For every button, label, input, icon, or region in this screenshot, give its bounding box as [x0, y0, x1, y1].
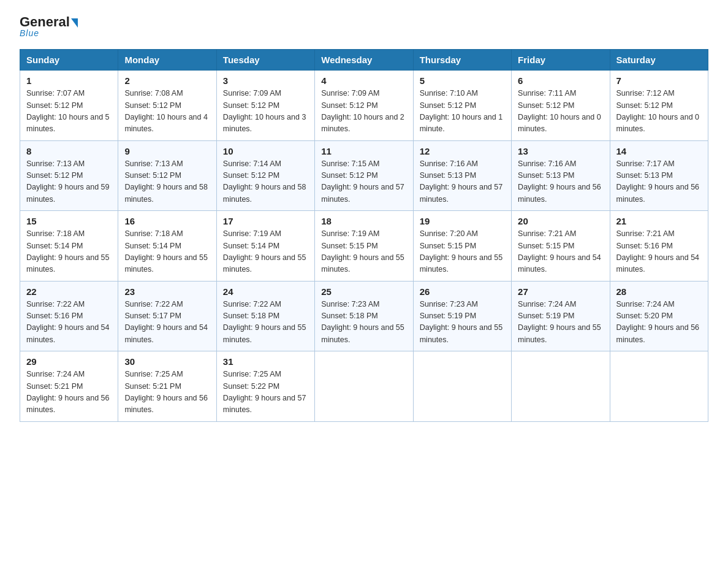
day-info: Sunrise: 7:22 AMSunset: 5:17 PMDaylight:… [124, 299, 210, 347]
day-number: 25 [321, 286, 406, 297]
day-number: 7 [616, 75, 702, 86]
day-cell: 31Sunrise: 7:25 AMSunset: 5:22 PMDayligh… [216, 351, 314, 422]
logo-name: General [20, 15, 78, 29]
day-cell: 21Sunrise: 7:21 AMSunset: 5:16 PMDayligh… [610, 211, 708, 282]
day-number: 28 [616, 286, 702, 297]
day-cell [512, 351, 610, 422]
day-number: 31 [223, 356, 308, 367]
day-info: Sunrise: 7:12 AMSunset: 5:12 PMDaylight:… [616, 88, 702, 136]
day-number: 5 [420, 75, 505, 86]
day-info: Sunrise: 7:09 AMSunset: 5:12 PMDaylight:… [223, 88, 308, 136]
calendar-table: SundayMondayTuesdayWednesdayThursdayFrid… [20, 49, 708, 422]
day-cell [610, 351, 708, 422]
day-info: Sunrise: 7:25 AMSunset: 5:21 PMDaylight:… [124, 369, 210, 416]
day-cell: 18Sunrise: 7:19 AMSunset: 5:15 PMDayligh… [315, 211, 413, 282]
day-cell: 12Sunrise: 7:16 AMSunset: 5:13 PMDayligh… [413, 140, 511, 211]
day-info: Sunrise: 7:17 AMSunset: 5:13 PMDaylight:… [616, 158, 702, 206]
day-cell: 1Sunrise: 7:07 AMSunset: 5:12 PMDaylight… [20, 71, 118, 141]
week-row-4: 22Sunrise: 7:22 AMSunset: 5:16 PMDayligh… [20, 281, 708, 351]
header-friday: Friday [512, 50, 610, 71]
day-info: Sunrise: 7:24 AMSunset: 5:20 PMDaylight:… [616, 299, 702, 347]
day-cell: 3Sunrise: 7:09 AMSunset: 5:12 PMDaylight… [216, 71, 314, 141]
header-tuesday: Tuesday [216, 50, 314, 71]
day-info: Sunrise: 7:21 AMSunset: 5:16 PMDaylight:… [616, 228, 702, 276]
day-number: 23 [124, 286, 210, 297]
day-info: Sunrise: 7:23 AMSunset: 5:19 PMDaylight:… [420, 299, 505, 347]
day-info: Sunrise: 7:21 AMSunset: 5:15 PMDaylight:… [518, 228, 603, 276]
day-number: 3 [223, 75, 308, 86]
day-cell: 16Sunrise: 7:18 AMSunset: 5:14 PMDayligh… [118, 211, 216, 282]
day-info: Sunrise: 7:22 AMSunset: 5:18 PMDaylight:… [223, 299, 308, 347]
day-cell: 30Sunrise: 7:25 AMSunset: 5:21 PMDayligh… [118, 351, 216, 422]
page-header: General Blue [20, 15, 708, 38]
day-number: 14 [616, 146, 702, 156]
day-number: 2 [124, 75, 210, 86]
header-sunday: Sunday [20, 50, 118, 71]
header-saturday: Saturday [610, 50, 708, 71]
week-row-1: 1Sunrise: 7:07 AMSunset: 5:12 PMDaylight… [20, 71, 708, 141]
day-info: Sunrise: 7:08 AMSunset: 5:12 PMDaylight:… [124, 88, 210, 136]
logo-blue: Blue [20, 28, 39, 38]
day-cell: 23Sunrise: 7:22 AMSunset: 5:17 PMDayligh… [118, 281, 216, 351]
day-info: Sunrise: 7:24 AMSunset: 5:21 PMDaylight:… [26, 369, 112, 416]
day-info: Sunrise: 7:15 AMSunset: 5:12 PMDaylight:… [321, 158, 406, 206]
day-number: 16 [124, 216, 210, 226]
week-row-5: 29Sunrise: 7:24 AMSunset: 5:21 PMDayligh… [20, 351, 708, 422]
day-number: 21 [616, 216, 702, 226]
day-info: Sunrise: 7:10 AMSunset: 5:12 PMDaylight:… [420, 88, 505, 136]
week-row-3: 15Sunrise: 7:18 AMSunset: 5:14 PMDayligh… [20, 211, 708, 282]
day-info: Sunrise: 7:22 AMSunset: 5:16 PMDaylight:… [26, 299, 112, 347]
day-number: 24 [223, 286, 308, 297]
day-cell: 20Sunrise: 7:21 AMSunset: 5:15 PMDayligh… [512, 211, 610, 282]
day-cell: 4Sunrise: 7:09 AMSunset: 5:12 PMDaylight… [315, 71, 413, 141]
day-number: 10 [223, 146, 308, 156]
day-cell [413, 351, 511, 422]
header-thursday: Thursday [413, 50, 511, 71]
day-info: Sunrise: 7:19 AMSunset: 5:14 PMDaylight:… [223, 228, 308, 276]
day-number: 15 [26, 216, 112, 226]
day-info: Sunrise: 7:24 AMSunset: 5:19 PMDaylight:… [518, 299, 603, 347]
day-number: 6 [518, 75, 603, 86]
day-number: 18 [321, 216, 406, 226]
day-cell: 17Sunrise: 7:19 AMSunset: 5:14 PMDayligh… [216, 211, 314, 282]
day-info: Sunrise: 7:18 AMSunset: 5:14 PMDaylight:… [124, 228, 210, 276]
day-number: 11 [321, 146, 406, 156]
day-info: Sunrise: 7:09 AMSunset: 5:12 PMDaylight:… [321, 88, 406, 136]
day-info: Sunrise: 7:13 AMSunset: 5:12 PMDaylight:… [26, 158, 112, 206]
day-info: Sunrise: 7:11 AMSunset: 5:12 PMDaylight:… [518, 88, 603, 136]
day-info: Sunrise: 7:23 AMSunset: 5:18 PMDaylight:… [321, 299, 406, 347]
day-number: 13 [518, 146, 603, 156]
logo: General Blue [20, 15, 78, 38]
header-monday: Monday [118, 50, 216, 71]
day-number: 29 [26, 356, 112, 367]
day-info: Sunrise: 7:19 AMSunset: 5:15 PMDaylight:… [321, 228, 406, 276]
day-cell: 26Sunrise: 7:23 AMSunset: 5:19 PMDayligh… [413, 281, 511, 351]
day-cell: 19Sunrise: 7:20 AMSunset: 5:15 PMDayligh… [413, 211, 511, 282]
day-number: 20 [518, 216, 603, 226]
day-info: Sunrise: 7:13 AMSunset: 5:12 PMDaylight:… [124, 158, 210, 206]
day-number: 12 [420, 146, 505, 156]
day-info: Sunrise: 7:18 AMSunset: 5:14 PMDaylight:… [26, 228, 112, 276]
day-cell: 11Sunrise: 7:15 AMSunset: 5:12 PMDayligh… [315, 140, 413, 211]
day-number: 4 [321, 75, 406, 86]
day-cell: 6Sunrise: 7:11 AMSunset: 5:12 PMDaylight… [512, 71, 610, 141]
day-cell: 10Sunrise: 7:14 AMSunset: 5:12 PMDayligh… [216, 140, 314, 211]
day-info: Sunrise: 7:20 AMSunset: 5:15 PMDaylight:… [420, 228, 505, 276]
day-number: 22 [26, 286, 112, 297]
day-cell: 14Sunrise: 7:17 AMSunset: 5:13 PMDayligh… [610, 140, 708, 211]
day-info: Sunrise: 7:14 AMSunset: 5:12 PMDaylight:… [223, 158, 308, 206]
day-cell: 27Sunrise: 7:24 AMSunset: 5:19 PMDayligh… [512, 281, 610, 351]
day-cell: 8Sunrise: 7:13 AMSunset: 5:12 PMDaylight… [20, 140, 118, 211]
day-cell: 5Sunrise: 7:10 AMSunset: 5:12 PMDaylight… [413, 71, 511, 141]
day-number: 30 [124, 356, 210, 367]
day-cell: 28Sunrise: 7:24 AMSunset: 5:20 PMDayligh… [610, 281, 708, 351]
day-cell: 25Sunrise: 7:23 AMSunset: 5:18 PMDayligh… [315, 281, 413, 351]
day-info: Sunrise: 7:16 AMSunset: 5:13 PMDaylight:… [518, 158, 603, 206]
day-cell: 15Sunrise: 7:18 AMSunset: 5:14 PMDayligh… [20, 211, 118, 282]
day-cell: 22Sunrise: 7:22 AMSunset: 5:16 PMDayligh… [20, 281, 118, 351]
day-cell: 7Sunrise: 7:12 AMSunset: 5:12 PMDaylight… [610, 71, 708, 141]
day-info: Sunrise: 7:07 AMSunset: 5:12 PMDaylight:… [26, 88, 112, 136]
day-cell [315, 351, 413, 422]
day-number: 9 [124, 146, 210, 156]
day-number: 19 [420, 216, 505, 226]
